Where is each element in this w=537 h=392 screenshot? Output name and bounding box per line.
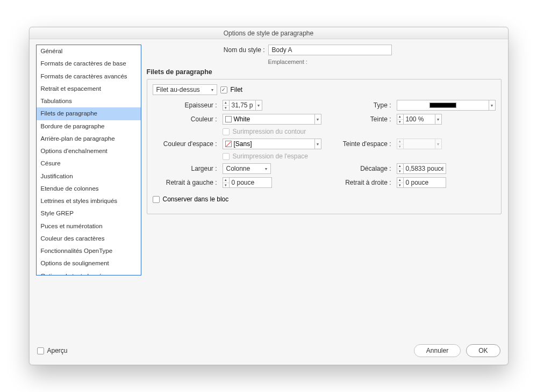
keep-in-frame-checkbox[interactable] xyxy=(153,196,160,203)
overprint-stroke-checkbox xyxy=(223,128,230,135)
width-value: Colonne xyxy=(226,165,250,172)
rule-position-select[interactable]: Filet au-dessus ▾ xyxy=(153,84,217,95)
color-value: White xyxy=(234,115,250,123)
rule-on-checkbox[interactable] xyxy=(220,86,227,93)
gap-color-label: Couleur d'espace : xyxy=(153,140,217,148)
weight-dropdown[interactable]: ▾ xyxy=(256,100,262,111)
sidebar-item[interactable]: Lettrines et styles imbriqués xyxy=(37,195,141,207)
color-dropdown[interactable]: ▾ xyxy=(315,114,321,125)
type-select[interactable] xyxy=(397,100,489,111)
sidebar-item[interactable]: Formats de caractères avancés xyxy=(37,70,141,83)
paragraph-style-options-dialog: Options de style de paragraphe GénéralFo… xyxy=(29,27,509,365)
section-title: Filets de paragraphe xyxy=(147,68,502,76)
gap-tint-label: Teinte d'espace : xyxy=(327,140,391,148)
rules-panel: Filet au-dessus ▾ Filet Epaisseur : ▴▾ ▾ xyxy=(147,79,502,214)
rule-position-value: Filet au-dessus xyxy=(156,86,200,93)
rule-on-label: Filet xyxy=(231,86,243,93)
gap-color-value: [Sans] xyxy=(234,140,252,148)
width-select[interactable]: Colonne ▾ xyxy=(223,163,271,174)
type-dropdown[interactable]: ▾ xyxy=(489,100,496,111)
cancel-button[interactable]: Annuler xyxy=(414,344,461,357)
dialog-footer: Aperçu Annuler OK xyxy=(30,339,508,365)
preview-label: Aperçu xyxy=(47,347,68,354)
type-label: Type : xyxy=(327,101,391,109)
tint-stepper[interactable]: ▴▾ xyxy=(397,114,435,125)
sidebar-item[interactable]: Options de soulignement xyxy=(37,257,141,270)
sidebar-item[interactable]: Options d'enchaînement xyxy=(37,145,141,157)
overprint-gap-label: Surimpression de l'espace xyxy=(233,153,308,160)
chevron-down-icon: ▾ xyxy=(265,166,267,171)
sidebar-item[interactable]: Formats de caractères de base xyxy=(37,57,141,70)
style-name-input[interactable] xyxy=(268,45,392,55)
dialog-content: GénéralFormats de caractères de baseForm… xyxy=(30,39,508,275)
gap-tint-stepper[interactable]: ▴▾ xyxy=(397,139,435,149)
sidebar-item[interactable]: Filets de paragraphe xyxy=(37,107,141,120)
gap-color-select[interactable]: [Sans] xyxy=(223,139,315,149)
right-indent-input[interactable] xyxy=(403,177,446,188)
sidebar-item[interactable]: Fonctionnalités OpenType xyxy=(37,245,141,257)
gap-color-dropdown[interactable]: ▾ xyxy=(315,139,321,149)
ok-button[interactable]: OK xyxy=(466,344,500,357)
sidebar-item[interactable]: Puces et numérotation xyxy=(37,220,141,233)
offset-input[interactable] xyxy=(403,163,446,174)
sidebar-item[interactable]: Couleur des caractères xyxy=(37,233,141,245)
offset-label: Décalage : xyxy=(327,165,391,172)
weight-stepper[interactable]: ▴▾ xyxy=(223,100,256,111)
category-sidebar[interactable]: GénéralFormats de caractères de baseForm… xyxy=(36,45,141,275)
style-name-label: Nom du style : xyxy=(147,46,265,54)
location-label: Emplacement : xyxy=(268,59,502,65)
stroke-type-swatch xyxy=(429,103,456,108)
left-indent-input[interactable] xyxy=(229,177,272,188)
sidebar-item[interactable]: Retrait et espacement xyxy=(37,83,141,95)
sidebar-item[interactable]: Césure xyxy=(37,157,141,170)
overprint-gap-checkbox xyxy=(223,153,230,160)
keep-in-frame-label: Conserver dans le bloc xyxy=(163,195,229,203)
width-label: Largeur : xyxy=(153,165,217,172)
offset-stepper[interactable]: ▴▾ xyxy=(397,163,496,174)
tint-input[interactable] xyxy=(403,114,435,125)
right-indent-stepper[interactable]: ▴▾ xyxy=(397,177,496,188)
color-swatch xyxy=(225,116,232,122)
sidebar-item[interactable]: Justification xyxy=(37,170,141,183)
tint-label: Teinte : xyxy=(327,115,391,123)
sidebar-item[interactable]: Bordure de paragraphe xyxy=(37,120,141,133)
main-panel: Nom du style : Emplacement : Filets de p… xyxy=(147,45,502,275)
color-select[interactable]: White xyxy=(223,114,315,125)
preview-checkbox[interactable] xyxy=(37,347,44,354)
gap-color-swatch xyxy=(225,141,232,147)
sidebar-item[interactable]: Tabulations xyxy=(37,95,141,107)
chevron-down-icon: ▾ xyxy=(211,88,213,92)
sidebar-item[interactable]: Arrière-plan de paragraphe xyxy=(37,133,141,145)
gap-tint-input[interactable] xyxy=(403,139,435,149)
dialog-title: Options de style de paragraphe xyxy=(30,27,508,39)
weight-label: Epaisseur : xyxy=(153,101,217,109)
color-label: Couleur : xyxy=(153,115,217,123)
left-indent-label: Retrait à gauche : xyxy=(153,179,217,186)
weight-input[interactable] xyxy=(229,100,256,111)
sidebar-item[interactable]: Style GREP xyxy=(37,207,141,220)
sidebar-item[interactable]: Etendue de colonnes xyxy=(37,183,141,195)
overprint-stroke-label: Surimpression du contour xyxy=(233,128,306,135)
right-indent-label: Retrait à droite : xyxy=(327,179,391,186)
sidebar-item[interactable]: Options de texte barré xyxy=(37,270,141,276)
tint-dropdown[interactable]: ▾ xyxy=(435,114,442,125)
sidebar-item[interactable]: Général xyxy=(37,45,141,57)
gap-tint-dropdown[interactable]: ▾ xyxy=(435,139,442,149)
left-indent-stepper[interactable]: ▴▾ xyxy=(223,177,321,188)
